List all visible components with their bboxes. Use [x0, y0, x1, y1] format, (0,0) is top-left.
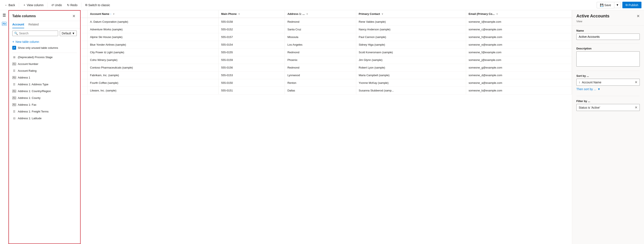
view-column-button[interactable]: ＋ View column — [21, 2, 46, 8]
cell-address: Redmond — [285, 49, 356, 56]
main-content: Account Name↑▼Main Phone▼Address 1: ...▼… — [80, 10, 572, 244]
rp-description-textarea[interactable] — [576, 51, 640, 67]
row-selector-cell[interactable] — [80, 49, 87, 56]
row-selector-cell[interactable] — [80, 18, 87, 26]
th-0[interactable]: Account Name↑▼ — [87, 10, 218, 18]
unused-checkbox[interactable] — [12, 46, 16, 50]
publish-button[interactable]: ⧉ Publish — [622, 2, 642, 8]
cell-contact: Jim Glynn (sample) — [356, 56, 466, 64]
filter-dropdown-icon[interactable]: ▼ — [496, 13, 498, 15]
filter-dropdown-icon[interactable]: ▼ — [306, 13, 308, 15]
toolbar: ← Back ＋ View column ↺ Undo ↻ Redo ⧉ Swi… — [0, 0, 644, 10]
rp-header: Active Accounts ✕ — [572, 10, 644, 19]
save-button[interactable]: 💾 Save — [597, 2, 614, 8]
view-column-icon: ＋ — [23, 3, 26, 7]
rp-close-button[interactable]: ✕ — [636, 14, 640, 19]
cell-email: someone_h@example.com — [466, 33, 572, 41]
table-row: Contoso Pharmaceuticals (sample) 555-015… — [80, 64, 572, 72]
search-input[interactable] — [19, 32, 56, 35]
rp-sort-item: ↑ Account Name ✕ — [576, 79, 640, 86]
rp-sort-remove-button[interactable]: ✕ — [635, 80, 638, 84]
col-item[interactable]: ☰Address 1: Freight Terms — [9, 108, 80, 115]
redo-icon: ↻ — [67, 4, 70, 7]
cell-account-name: Litware, Inc. (sample) — [87, 87, 218, 94]
default-dropdown[interactable]: Default ▼ — [60, 31, 77, 36]
data-grid-body: A. Datum Corporation (sample) 555-0158 R… — [80, 18, 572, 94]
row-selector-cell[interactable] — [80, 87, 87, 94]
cell-email: someone_i@example.com — [466, 18, 572, 26]
plus-icon: + — [12, 40, 14, 44]
cell-account-name: Contoso Pharmaceuticals (sample) — [87, 64, 218, 72]
table-row: Adventure Works (sample) 555-0152 Santa … — [80, 26, 572, 33]
unused-checkbox-row[interactable]: Show only unused table columns — [12, 45, 77, 51]
col-item[interactable]: AbAddress 1: Country/Region — [9, 88, 80, 94]
view-column-label: View column — [27, 4, 44, 7]
cell-email: someone_a@example.com — [466, 79, 572, 87]
panel-close-button[interactable]: ✕ — [71, 13, 77, 19]
table-columns-panel: Table columns ✕ Account Related 🔍 Defaul… — [8, 10, 80, 244]
switch-classic-button[interactable]: ⧉ Switch to classic — [83, 2, 112, 8]
row-selector-cell[interactable] — [80, 64, 87, 72]
cell-email: someone_j@example.com — [466, 56, 572, 64]
rp-name-input[interactable] — [576, 34, 640, 40]
col-label: (Deprecated) Process Stage — [18, 56, 52, 59]
col-item[interactable]: ⊞(Deprecated) Process Stage — [9, 54, 80, 61]
filter-dropdown-icon[interactable]: ▼ — [112, 13, 115, 15]
cell-address: Los Angeles — [285, 41, 356, 49]
th-1[interactable]: Main Phone▼ — [218, 10, 284, 18]
save-dropdown-button[interactable]: ▼ — [614, 2, 621, 8]
th-4[interactable]: Email (Primary Co...▼ — [466, 10, 572, 18]
rp-filter-remove-button[interactable]: ✕ — [635, 105, 638, 109]
filter-dropdown-icon[interactable]: ▼ — [238, 13, 240, 15]
row-selector-cell[interactable] — [80, 79, 87, 87]
col-item[interactable]: ☰Account Rating — [9, 67, 80, 74]
row-selector-cell[interactable] — [80, 26, 87, 33]
col-label: Address 1 — [18, 76, 30, 79]
toolbar-separator-2 — [47, 3, 48, 8]
undo-button[interactable]: ↺ Undo — [49, 3, 64, 8]
col-label: Address 1: County — [18, 96, 40, 100]
tab-account[interactable]: Account — [12, 21, 24, 28]
rp-then-sort[interactable]: Then sort by ... ▼ — [576, 87, 640, 91]
search-input-wrap: 🔍 — [12, 31, 58, 36]
table-row: Blue Yonder Airlines (sample) 555-0154 L… — [80, 41, 572, 49]
row-selector-cell[interactable] — [80, 41, 87, 49]
th-label: Main Phone — [221, 12, 237, 16]
cell-contact: Nancy Anderson (sample) — [356, 26, 466, 33]
cell-contact: Yvonne McKay (sample) — [356, 79, 466, 87]
col-item[interactable]: AbAddress 1 — [9, 74, 80, 81]
undo-label: Undo — [55, 4, 62, 7]
cell-phone: 555-0151 — [218, 87, 284, 94]
th-2[interactable]: Address 1: ...▼ — [285, 10, 356, 18]
new-column-label: New table column — [16, 40, 39, 44]
col-item[interactable]: AbAccount Number — [9, 61, 80, 67]
tab-account-label: Account — [12, 23, 24, 26]
cell-phone: 555-0158 — [218, 18, 284, 26]
rp-filter-section: Filter by ... Status is 'Active' ✕ — [572, 96, 644, 116]
cell-contact: Robert Lyon (sample) — [356, 64, 466, 72]
filter-dropdown-icon[interactable]: ▼ — [381, 13, 384, 15]
col-item[interactable]: AbAddress 1: Fax — [9, 101, 80, 108]
back-button[interactable]: ← Back — [2, 3, 17, 8]
rp-filter-name: Status is 'Active' — [579, 106, 600, 109]
col-item[interactable]: AbAddress 1: County — [9, 94, 80, 101]
row-selector-cell[interactable] — [80, 56, 87, 64]
sort-up-icon: ↑ — [579, 81, 580, 84]
row-selector-cell[interactable] — [80, 33, 87, 41]
col-item[interactable]: ⊟Address 1: Latitude — [9, 115, 80, 122]
abc-button[interactable]: Ab — [1, 20, 8, 27]
row-selector-cell[interactable] — [80, 72, 87, 79]
tab-related[interactable]: Related — [28, 21, 38, 28]
th-3[interactable]: Primary Contact▼ — [356, 10, 466, 18]
hamburger-button[interactable]: ☰ — [1, 12, 8, 19]
cell-account-name: Coho Winery (sample) — [87, 56, 218, 64]
redo-button[interactable]: ↻ Redo — [65, 3, 80, 8]
th-label: Account Name — [90, 12, 110, 16]
col-item[interactable]: ☰Address 1: Address Type — [9, 81, 80, 88]
publish-label: Publish — [628, 4, 638, 7]
cell-email: someone_b@example.com — [466, 87, 572, 94]
row-selector-header[interactable] — [80, 10, 87, 18]
cell-email: someone_f@example.com — [466, 49, 572, 56]
new-column-button[interactable]: + New table column — [12, 39, 39, 45]
th-label: Address 1: ... — [287, 12, 305, 16]
